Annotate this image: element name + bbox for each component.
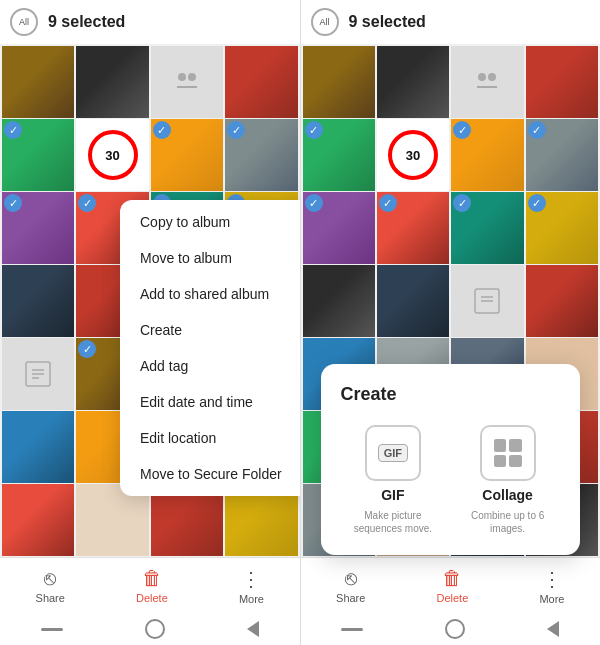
menu-item-create[interactable]: Create bbox=[120, 312, 300, 348]
photo-cell[interactable] bbox=[303, 46, 375, 118]
check-mark: ✓ bbox=[227, 121, 245, 139]
right-share-icon: ⎋ bbox=[345, 567, 357, 590]
check-mark: ✓ bbox=[78, 194, 96, 212]
photo-cell[interactable] bbox=[2, 411, 74, 483]
photo-cell[interactable]: ✓ bbox=[2, 119, 74, 191]
photo-cell[interactable] bbox=[2, 484, 74, 556]
right-nav-recents-icon[interactable] bbox=[341, 628, 363, 631]
left-header: All 9 selected bbox=[0, 0, 300, 44]
photo-cell[interactable] bbox=[451, 46, 523, 118]
share-label: Share bbox=[36, 592, 65, 604]
all-label: All bbox=[19, 17, 29, 27]
photo-cell[interactable] bbox=[76, 46, 148, 118]
check-mark: ✓ bbox=[528, 194, 546, 212]
collage-desc: Combine up to 6 images. bbox=[455, 509, 560, 535]
check-mark: ✓ bbox=[453, 194, 471, 212]
all-circle-button[interactable]: All bbox=[10, 8, 38, 36]
menu-item-edit-date[interactable]: Edit date and time bbox=[120, 384, 300, 420]
right-all-circle-button[interactable]: All bbox=[311, 8, 339, 36]
right-all-label: All bbox=[319, 17, 329, 27]
svg-point-7 bbox=[478, 73, 486, 81]
check-mark: ✓ bbox=[379, 194, 397, 212]
photo-cell[interactable]: ✓ bbox=[377, 192, 449, 264]
photo-cell[interactable]: ✓ bbox=[2, 192, 74, 264]
check-mark: ✓ bbox=[453, 121, 471, 139]
photo-cell[interactable] bbox=[2, 338, 74, 410]
check-mark: ✓ bbox=[4, 121, 22, 139]
share-button[interactable]: ⎋ Share bbox=[36, 567, 65, 604]
menu-item-add-tag[interactable]: Add tag bbox=[120, 348, 300, 384]
context-menu: Copy to album Move to album Add to share… bbox=[120, 200, 300, 496]
more-button[interactable]: ⋮ More bbox=[239, 567, 264, 605]
right-share-button[interactable]: ⎋ Share bbox=[336, 567, 365, 604]
right-nav-back-icon[interactable] bbox=[547, 621, 559, 637]
photo-cell[interactable] bbox=[2, 265, 74, 337]
check-mark: ✓ bbox=[78, 340, 96, 358]
photo-cell[interactable]: ✓ bbox=[526, 119, 598, 191]
photo-cell[interactable] bbox=[377, 265, 449, 337]
gif-label: GIF bbox=[381, 487, 404, 503]
photo-cell[interactable] bbox=[225, 46, 297, 118]
menu-item-add-shared-album[interactable]: Add to shared album bbox=[120, 276, 300, 312]
photo-cell[interactable]: ✓ bbox=[225, 119, 297, 191]
check-mark: ✓ bbox=[305, 194, 323, 212]
create-gif-option[interactable]: GIF GIF Make picture sequences move. bbox=[341, 425, 446, 535]
gif-desc: Make picture sequences move. bbox=[341, 509, 446, 535]
menu-item-edit-location[interactable]: Edit location bbox=[120, 420, 300, 456]
photo-cell[interactable]: ✓ bbox=[451, 192, 523, 264]
left-selected-count: 9 selected bbox=[48, 13, 125, 31]
delete-button[interactable]: 🗑 Delete bbox=[136, 567, 168, 604]
more-icon: ⋮ bbox=[241, 567, 261, 591]
collage-icon-box bbox=[480, 425, 536, 481]
right-nav-bar bbox=[301, 613, 601, 645]
photo-cell[interactable]: ✓ bbox=[303, 119, 375, 191]
gif-icon-box: GIF bbox=[365, 425, 421, 481]
menu-item-copy-to-album[interactable]: Copy to album bbox=[120, 204, 300, 240]
menu-item-secure-folder[interactable]: Move to Secure Folder bbox=[120, 456, 300, 492]
collage-cell bbox=[494, 455, 507, 468]
share-icon: ⎋ bbox=[44, 567, 56, 590]
right-delete-label: Delete bbox=[437, 592, 469, 604]
delete-label: Delete bbox=[136, 592, 168, 604]
right-share-label: Share bbox=[336, 592, 365, 604]
collage-cell bbox=[494, 439, 507, 452]
photo-cell[interactable]: ✓ bbox=[451, 119, 523, 191]
right-nav-home-icon[interactable] bbox=[445, 619, 465, 639]
left-panel: All 9 selected ✓ 30 ✓ ✓ ✓ ✓ bbox=[0, 0, 300, 645]
right-header: All 9 selected bbox=[301, 0, 601, 44]
create-dialog: Create GIF GIF Make picture sequences mo… bbox=[321, 364, 581, 555]
photo-cell[interactable] bbox=[526, 46, 598, 118]
right-delete-button[interactable]: 🗑 Delete bbox=[437, 567, 469, 604]
svg-point-8 bbox=[488, 73, 496, 81]
check-mark: ✓ bbox=[153, 121, 171, 139]
photo-cell[interactable] bbox=[526, 265, 598, 337]
right-more-label: More bbox=[539, 593, 564, 605]
right-selected-count: 9 selected bbox=[349, 13, 426, 31]
menu-item-move-to-album[interactable]: Move to album bbox=[120, 240, 300, 276]
photo-cell[interactable]: ✓ bbox=[151, 119, 223, 191]
svg-point-1 bbox=[188, 73, 196, 81]
photo-cell[interactable] bbox=[303, 265, 375, 337]
check-mark: ✓ bbox=[528, 121, 546, 139]
create-options: GIF GIF Make picture sequences move. Col… bbox=[341, 425, 561, 535]
collage-label: Collage bbox=[482, 487, 533, 503]
photo-cell[interactable]: 30 bbox=[76, 119, 148, 191]
photo-cell[interactable]: ✓ bbox=[303, 192, 375, 264]
create-collage-option[interactable]: Collage Combine up to 6 images. bbox=[455, 425, 560, 535]
create-dialog-title: Create bbox=[341, 384, 561, 405]
check-mark: ✓ bbox=[305, 121, 323, 139]
photo-cell[interactable] bbox=[2, 46, 74, 118]
photo-cell[interactable]: ✓ bbox=[526, 192, 598, 264]
left-bottom-bar: ⎋ Share 🗑 Delete ⋮ More bbox=[0, 557, 300, 613]
svg-point-0 bbox=[178, 73, 186, 81]
photo-cell[interactable] bbox=[451, 265, 523, 337]
nav-recents-icon[interactable] bbox=[41, 628, 63, 631]
nav-back-icon[interactable] bbox=[247, 621, 259, 637]
photo-cell[interactable]: 30 bbox=[377, 119, 449, 191]
right-more-icon: ⋮ bbox=[542, 567, 562, 591]
left-nav-bar bbox=[0, 613, 300, 645]
right-more-button[interactable]: ⋮ More bbox=[539, 567, 564, 605]
photo-cell[interactable] bbox=[151, 46, 223, 118]
photo-cell[interactable] bbox=[377, 46, 449, 118]
nav-home-icon[interactable] bbox=[145, 619, 165, 639]
